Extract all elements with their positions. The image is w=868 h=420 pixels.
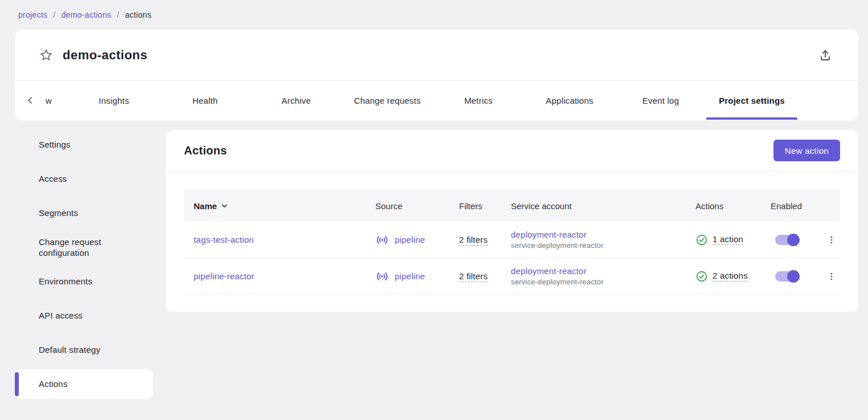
action-name-link[interactable]: pipeline-reactor: [194, 271, 255, 281]
source-cell: pipeline: [375, 233, 459, 247]
enabled-toggle[interactable]: [775, 235, 799, 245]
project-card: demo-actions w Ins: [15, 30, 858, 120]
filters-count[interactable]: 2 filters: [459, 235, 488, 246]
service-account-link[interactable]: deployment-reactor: [511, 230, 695, 239]
settings-sidebar: Settings Access Segments Change request …: [15, 128, 153, 401]
project-tabs: w Insights Health Archive Change request…: [15, 81, 858, 120]
action-name-cell: pipeline-reactor: [184, 271, 375, 281]
favorite-button[interactable]: [39, 48, 54, 63]
kebab-menu-icon: [826, 271, 837, 282]
column-header-filters: Filters: [459, 201, 511, 211]
breadcrumb-separator: /: [117, 10, 119, 19]
column-header-service-account: Service account: [511, 201, 695, 211]
tab-project-settings[interactable]: Project settings: [706, 81, 797, 120]
actions-table: Name Source Filters Service account Acti…: [184, 190, 840, 295]
action-name-link[interactable]: tags-test-action: [194, 235, 254, 244]
actions-count-cell: 2 actions: [695, 270, 771, 283]
project-header: demo-actions: [15, 30, 858, 81]
column-header-enabled: Enabled: [771, 201, 823, 211]
breadcrumb: projects / demo-actions / actions: [18, 10, 152, 19]
panel-title: Actions: [184, 144, 227, 157]
tab-applications[interactable]: Applications: [524, 81, 615, 120]
column-header-actions: Actions: [695, 201, 771, 211]
tab-health[interactable]: Health: [159, 81, 251, 120]
sidebar-item-environments[interactable]: Environments: [15, 264, 153, 299]
source-link[interactable]: pipeline: [395, 235, 425, 244]
sidebar-item-segments[interactable]: Segments: [15, 196, 153, 230]
column-header-source: Source: [375, 201, 459, 211]
signal-icon: [375, 233, 389, 247]
tab-overview-partial[interactable]: w: [46, 81, 68, 120]
table-row: tags-test-action pipeline: [184, 222, 840, 258]
kebab-menu-icon: [826, 235, 837, 245]
source-cell: pipeline: [375, 270, 459, 283]
tab-change-requests[interactable]: Change requests: [342, 81, 433, 120]
table-row: pipeline-reactor pipeline: [184, 258, 840, 295]
chevron-left-icon: [24, 95, 36, 106]
tab-event-log[interactable]: Event log: [615, 81, 706, 120]
row-menu-button[interactable]: [823, 271, 840, 282]
enabled-cell: [771, 235, 823, 245]
tabs-scroll-left-button[interactable]: [15, 81, 46, 120]
tab-archive[interactable]: Archive: [251, 81, 342, 120]
service-account-cell: deployment-reactor service-deployment-re…: [511, 266, 695, 286]
service-account-id: service-deployment-reactor: [511, 241, 695, 250]
new-action-button[interactable]: New action: [773, 140, 840, 161]
star-outline-icon: [39, 48, 54, 63]
service-account-id: service-deployment-reactor: [511, 278, 695, 286]
filters-count[interactable]: 2 filters: [459, 271, 488, 282]
upload-icon: [818, 48, 832, 62]
export-button[interactable]: [818, 48, 832, 62]
sidebar-item-api-access[interactable]: API access: [15, 299, 153, 333]
filters-cell: 2 filters: [459, 271, 511, 281]
sidebar-item-change-request-configuration[interactable]: Change request configuration: [15, 230, 153, 264]
breadcrumb-current: actions: [125, 10, 151, 19]
check-circle-icon: [695, 234, 708, 246]
breadcrumb-project[interactable]: demo-actions: [62, 10, 112, 19]
table-header-row: Name Source Filters Service account Acti…: [184, 190, 840, 222]
sidebar-item-access[interactable]: Access: [15, 162, 153, 196]
actions-panel: Actions New action Name Source Filters S…: [166, 130, 858, 312]
toggle-thumb: [787, 270, 800, 283]
service-account-cell: deployment-reactor service-deployment-re…: [511, 230, 695, 250]
column-header-name[interactable]: Name: [184, 201, 375, 211]
project-title: demo-actions: [63, 48, 148, 63]
service-account-link[interactable]: deployment-reactor: [511, 266, 695, 276]
breadcrumb-projects[interactable]: projects: [18, 10, 47, 19]
action-name-cell: tags-test-action: [184, 235, 375, 244]
enabled-cell: [771, 271, 823, 282]
sidebar-item-actions[interactable]: Actions: [15, 369, 153, 399]
source-link[interactable]: pipeline: [395, 271, 425, 281]
enabled-toggle[interactable]: [775, 271, 799, 282]
actions-count[interactable]: 2 actions: [713, 271, 748, 282]
row-menu-button[interactable]: [823, 235, 840, 245]
actions-panel-header: Actions New action: [166, 130, 858, 172]
chevron-down-icon: [219, 201, 230, 211]
actions-count-cell: 1 action: [695, 234, 771, 246]
tab-insights[interactable]: Insights: [68, 81, 159, 120]
check-circle-icon: [695, 270, 708, 283]
sidebar-item-settings[interactable]: Settings: [15, 128, 153, 162]
tab-metrics[interactable]: Metrics: [433, 81, 524, 120]
filters-cell: 2 filters: [459, 235, 511, 244]
page: projects / demo-actions / actions demo-a…: [0, 0, 868, 420]
breadcrumb-separator: /: [53, 10, 55, 19]
actions-count[interactable]: 1 action: [713, 234, 743, 245]
toggle-thumb: [787, 234, 800, 246]
sidebar-item-default-strategy[interactable]: Default strategy: [15, 333, 153, 367]
signal-icon: [375, 270, 389, 283]
column-header-name-label: Name: [194, 201, 217, 211]
